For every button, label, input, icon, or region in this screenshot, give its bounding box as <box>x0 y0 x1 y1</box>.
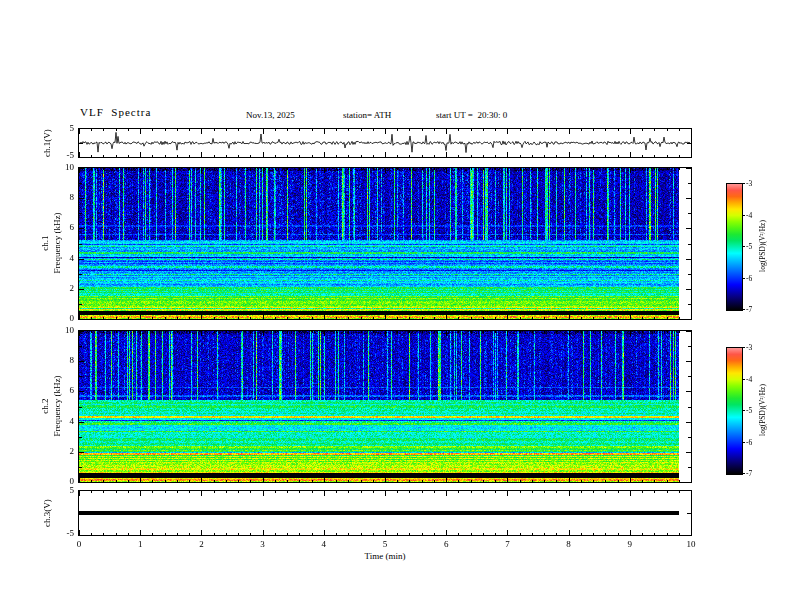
tick-mark <box>103 491 104 493</box>
tick-mark <box>593 317 594 319</box>
tick-mark <box>373 480 374 482</box>
tick-mark <box>688 407 691 408</box>
colorbar1-tick-label: -6 <box>746 273 760 284</box>
tick-mark <box>361 129 362 131</box>
tick-mark <box>238 155 239 157</box>
tick-mark <box>679 331 680 333</box>
tick-mark <box>686 452 691 453</box>
tick-mark <box>581 491 582 493</box>
tick-mark <box>275 129 276 131</box>
tick-mark <box>103 480 104 482</box>
tick-mark <box>348 331 349 333</box>
ch3-waveform-canvas <box>79 491 691 535</box>
tick-mark <box>397 155 398 157</box>
tick-mark <box>483 317 484 319</box>
tick-mark <box>409 480 410 482</box>
tick-mark <box>275 168 276 170</box>
tick-mark <box>177 168 178 170</box>
tick-mark <box>91 317 92 319</box>
tick-mark <box>177 491 178 493</box>
tick-mark <box>116 533 117 535</box>
tick-mark <box>116 168 117 170</box>
tick-mark <box>275 331 276 333</box>
tick-mark <box>312 491 313 493</box>
colorbar2-tick-label: -4 <box>746 374 760 385</box>
tick-mark <box>642 129 643 131</box>
figure-title: VLF Spectra <box>80 106 151 118</box>
x-tick-label: 4 <box>316 539 332 550</box>
tick-mark <box>165 317 166 319</box>
tick-mark <box>201 530 202 535</box>
tick-mark <box>373 331 374 333</box>
tick-mark <box>189 168 190 170</box>
tick-mark <box>593 155 594 157</box>
tick-mark <box>214 480 215 482</box>
tick-mark <box>79 304 82 305</box>
tick-mark <box>422 155 423 157</box>
tick-mark <box>471 129 472 131</box>
tick-mark <box>691 477 692 482</box>
tick-mark <box>312 331 313 333</box>
tick-mark <box>742 278 745 279</box>
tick-mark <box>189 491 190 493</box>
ch2-spectrogram-canvas <box>79 331 691 482</box>
tick-mark <box>201 331 202 336</box>
tick-mark <box>373 168 374 170</box>
tick-mark <box>409 533 410 535</box>
tick-mark <box>507 129 508 134</box>
tick-mark <box>686 228 691 229</box>
tick-mark <box>177 331 178 333</box>
tick-mark <box>688 244 691 245</box>
tick-mark <box>397 129 398 131</box>
tick-mark <box>165 491 166 493</box>
tick-mark <box>532 331 533 333</box>
tick-mark <box>263 168 264 173</box>
figure-start-ut: start UT = 20:30: 0 <box>436 110 507 120</box>
tick-mark <box>275 533 276 535</box>
tick-mark <box>361 491 362 493</box>
tick-mark <box>189 129 190 131</box>
tick-mark <box>373 155 374 157</box>
tick-mark <box>483 480 484 482</box>
tick-mark <box>177 480 178 482</box>
tick-mark <box>471 480 472 482</box>
tick-mark <box>409 317 410 319</box>
tick-mark <box>140 314 141 319</box>
tick-mark <box>581 331 582 333</box>
freq-tick-label: 4 <box>56 253 74 264</box>
tick-mark <box>116 129 117 131</box>
tick-mark <box>618 491 619 493</box>
tick-mark <box>348 533 349 535</box>
tick-mark <box>201 168 202 173</box>
tick-mark <box>742 442 745 443</box>
freq-tick-label: 2 <box>56 446 74 457</box>
tick-mark <box>654 480 655 482</box>
tick-mark <box>446 129 447 134</box>
tick-mark <box>593 491 594 493</box>
ch3-waveform-panel <box>78 490 692 536</box>
tick-mark <box>686 331 691 332</box>
tick-mark <box>324 314 325 319</box>
tick-mark <box>458 533 459 535</box>
tick-mark <box>691 491 692 496</box>
tick-mark <box>79 331 84 332</box>
tick-mark <box>679 129 680 131</box>
tick-mark <box>165 480 166 482</box>
tick-mark <box>686 391 691 392</box>
tick-mark <box>238 533 239 535</box>
tick-mark <box>495 480 496 482</box>
tick-mark <box>642 480 643 482</box>
tick-mark <box>287 491 288 493</box>
tick-mark <box>742 347 745 348</box>
tick-mark <box>520 155 521 157</box>
tick-mark <box>348 480 349 482</box>
tick-mark <box>569 168 570 173</box>
tick-mark <box>434 155 435 157</box>
tick-mark <box>79 482 84 483</box>
tick-mark <box>189 155 190 157</box>
tick-mark <box>618 331 619 333</box>
x-tick-label: 6 <box>438 539 454 550</box>
tick-mark <box>667 129 668 131</box>
tick-mark <box>91 491 92 493</box>
x-tick-label: 8 <box>561 539 577 550</box>
